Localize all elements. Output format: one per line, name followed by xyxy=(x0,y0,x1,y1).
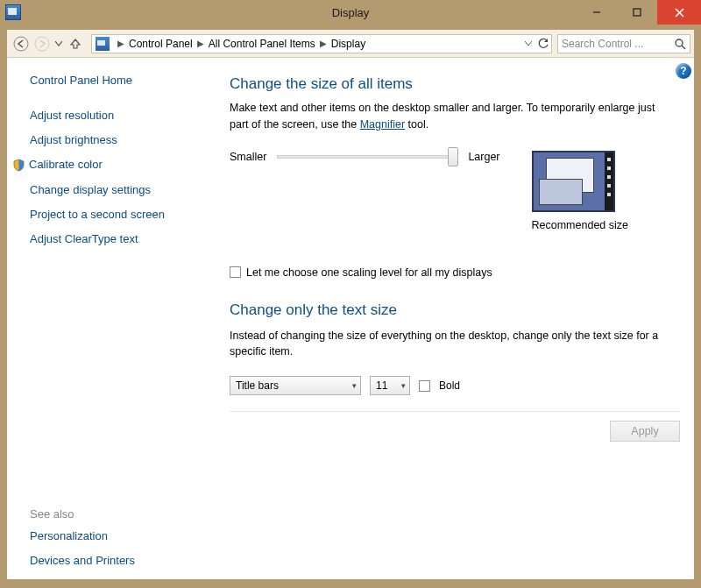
adjust-brightness-link[interactable]: Adjust brightness xyxy=(30,133,207,146)
scaling-slider-group: Smaller Larger xyxy=(230,151,500,163)
text-size-dropdown[interactable]: 11 ▾ xyxy=(370,376,410,395)
adjust-cleartype-link[interactable]: Adjust ClearType text xyxy=(30,232,207,245)
shield-icon xyxy=(12,159,25,172)
arrow-right-icon xyxy=(34,36,50,52)
refresh-icon[interactable] xyxy=(537,38,549,50)
crumb-sep-icon: ▶ xyxy=(195,39,207,48)
one-scaling-checkbox[interactable] xyxy=(230,266,241,278)
text-item-dropdown[interactable]: Title bars ▾ xyxy=(230,376,361,395)
one-scaling-label: Let me choose one scaling level for all … xyxy=(246,266,492,279)
calibrate-color-link[interactable]: Calibrate color xyxy=(30,158,207,172)
search-input[interactable]: Search Control ... xyxy=(557,34,690,53)
crumb-sep-icon: ▶ xyxy=(115,39,127,48)
display-preview-icon xyxy=(532,151,615,212)
bold-label: Bold xyxy=(439,379,460,392)
content-area: Control Panel Home Adjust resolution Adj… xyxy=(7,58,694,579)
change-text-size-description: Instead of changing the size of everythi… xyxy=(230,328,659,361)
chevron-down-icon: ▾ xyxy=(352,381,357,390)
breadcrumb[interactable]: Display xyxy=(329,38,367,50)
scaling-slider[interactable] xyxy=(277,155,457,159)
project-second-screen-link[interactable]: Project to a second screen xyxy=(30,208,207,221)
search-icon xyxy=(674,38,686,50)
window-controls xyxy=(577,0,701,25)
help-icon[interactable]: ? xyxy=(676,63,691,79)
change-size-heading: Change the size of all items xyxy=(230,75,680,93)
svg-line-7 xyxy=(682,46,685,49)
devices-and-printers-link[interactable]: Devices and Printers xyxy=(30,554,207,567)
minimize-button[interactable] xyxy=(577,0,617,25)
close-button[interactable] xyxy=(657,0,701,25)
chevron-down-icon xyxy=(55,41,62,46)
slider-thumb[interactable] xyxy=(448,147,458,166)
magnifier-link[interactable]: Magnifier xyxy=(360,118,405,131)
svg-point-5 xyxy=(35,37,49,51)
separator xyxy=(230,411,680,412)
arrow-left-icon xyxy=(13,36,29,52)
titlebar: Display xyxy=(0,0,701,30)
chevron-down-icon[interactable] xyxy=(525,41,532,46)
svg-point-4 xyxy=(14,37,28,51)
crumb-sep-icon: ▶ xyxy=(317,39,329,48)
location-icon xyxy=(96,37,110,51)
chevron-down-icon: ▾ xyxy=(401,381,406,390)
arrow-up-icon xyxy=(69,38,81,50)
maximize-icon xyxy=(633,8,641,17)
maximize-button[interactable] xyxy=(617,0,657,25)
see-also-heading: See also xyxy=(30,507,207,521)
window-frame: Display ▶ Control Pan xyxy=(0,0,701,588)
forward-button[interactable] xyxy=(32,33,53,54)
minimize-icon xyxy=(592,8,601,17)
larger-label: Larger xyxy=(468,151,499,163)
apply-button[interactable]: Apply xyxy=(610,421,680,442)
breadcrumb[interactable]: Control Panel xyxy=(127,38,195,50)
breadcrumb[interactable]: All Control Panel Items xyxy=(207,38,317,50)
change-size-description: Make text and other items on the desktop… xyxy=(230,100,659,133)
bold-checkbox[interactable] xyxy=(419,380,430,392)
adjust-resolution-link[interactable]: Adjust resolution xyxy=(30,109,207,122)
recommended-size-block: Recommended size xyxy=(532,151,628,231)
recommended-label: Recommended size xyxy=(532,219,628,231)
control-panel-home-link[interactable]: Control Panel Home xyxy=(30,74,207,87)
svg-point-6 xyxy=(676,39,683,46)
close-icon xyxy=(675,8,684,18)
search-placeholder: Search Control ... xyxy=(562,38,643,50)
svg-rect-1 xyxy=(634,9,641,16)
back-button[interactable] xyxy=(11,33,32,54)
main-pane: ? Change the size of all items Make text… xyxy=(223,58,694,579)
smaller-label: Smaller xyxy=(230,151,266,163)
address-toolbar: ▶ Control Panel ▶ All Control Panel Item… xyxy=(7,30,694,58)
change-display-settings-link[interactable]: Change display settings xyxy=(30,183,207,196)
change-text-size-heading: Change only the text size xyxy=(230,301,680,319)
recent-dropdown[interactable] xyxy=(53,33,65,54)
left-nav: Control Panel Home Adjust resolution Adj… xyxy=(7,58,223,579)
address-bar[interactable]: ▶ Control Panel ▶ All Control Panel Item… xyxy=(91,34,552,53)
up-button[interactable] xyxy=(65,33,86,54)
personalization-link[interactable]: Personalization xyxy=(30,529,207,542)
